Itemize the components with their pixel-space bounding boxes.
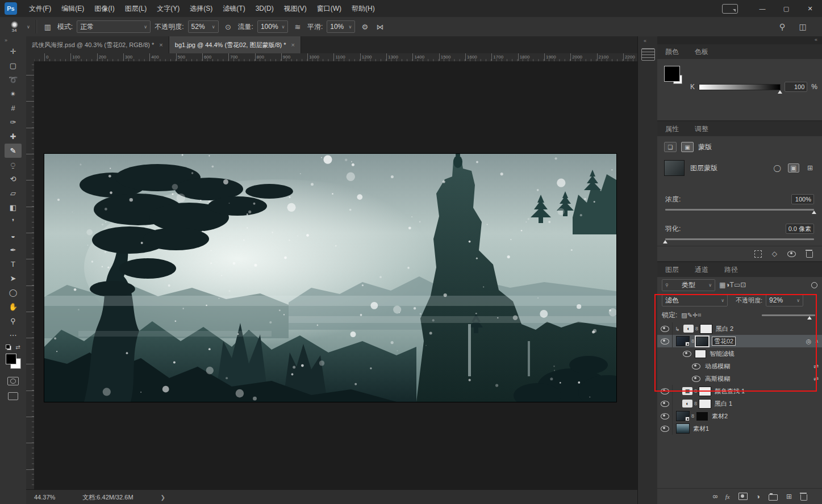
healing-brush-tool[interactable]: ✚ [5, 129, 22, 144]
menu-item[interactable]: 编辑(E) [56, 0, 89, 17]
maximize-button[interactable]: ▢ [774, 0, 798, 17]
lock-icon[interactable]: ✛ [692, 312, 698, 318]
visibility-toggle[interactable] [657, 335, 673, 347]
layer-mask-thumbnail[interactable] [700, 324, 712, 334]
panel-tab[interactable]: 图层 [657, 262, 687, 277]
visibility-toggle[interactable] [657, 397, 673, 410]
pixel-mask-icon[interactable]: ▣ [788, 163, 799, 173]
canvas-viewport[interactable] [34, 61, 637, 489]
filter-row-motion-blur[interactable]: 动感模糊 ⇌ [657, 360, 822, 372]
menu-item[interactable]: 选择(S) [185, 0, 218, 17]
k-slider[interactable] [699, 84, 781, 90]
tab-close-icon[interactable]: × [291, 41, 295, 48]
apply-mask-icon[interactable]: ◇ [772, 250, 777, 258]
filter-kind-icon[interactable]: ▦ [719, 281, 725, 289]
menu-item[interactable]: 视图(V) [279, 0, 312, 17]
history-brush-tool[interactable]: ⟲ [5, 172, 22, 186]
hand-tool[interactable]: ✋ [5, 300, 22, 314]
paint-symmetry-icon[interactable]: ⋈ [374, 23, 386, 31]
visibility-toggle[interactable] [657, 410, 673, 422]
expand-panels-icon[interactable]: « [638, 36, 658, 44]
clone-stamp-tool[interactable]: ⍜ [5, 158, 22, 172]
slider-marker[interactable] [812, 211, 816, 214]
panel-tab[interactable]: 调整 [687, 121, 716, 136]
delete-mask-icon[interactable] [806, 251, 813, 258]
layer-mask-thumbnail[interactable] [699, 399, 711, 409]
menu-item[interactable]: 滤镜(T) [218, 0, 250, 17]
lock-icon[interactable]: ▨ [681, 312, 687, 318]
smoothing-options-gear-icon[interactable]: ⚙ [359, 23, 370, 31]
filter-kind-icon[interactable]: ◑ [725, 281, 729, 289]
layer-row-blackwhite2[interactable]: ↳ ◐ 8 黑白 2 [657, 322, 822, 335]
layer-opacity-field[interactable]: 92% ∨ [766, 295, 803, 306]
toggle-mask-icon[interactable] [787, 251, 796, 257]
layer-filter-type-select[interactable]: ⚲ 类型 ∨ [662, 279, 715, 291]
mask-link-icon[interactable]: 8 [692, 401, 699, 406]
adjustment-layer-thumbnail[interactable]: ▦ [682, 387, 692, 395]
mask-link-icon[interactable]: 8 [690, 338, 696, 344]
adjustment-layer-thumbnail[interactable]: ◐ [682, 400, 692, 408]
mask-thumbnail[interactable] [664, 160, 685, 176]
menu-item[interactable]: 文件(F) [24, 0, 56, 17]
crop-tool[interactable]: # [5, 101, 22, 115]
k-value-field[interactable]: 100 [785, 82, 807, 92]
chevron-down-icon[interactable]: ∨ [27, 24, 30, 30]
foreground-color-swatch[interactable] [664, 66, 680, 82]
mask-link-icon[interactable]: 8 [694, 326, 700, 331]
menu-item[interactable]: 3D(D) [251, 0, 279, 17]
filter-blending-options-icon[interactable]: ⇌ [813, 363, 819, 370]
layer-name[interactable]: 素材2 [712, 412, 728, 421]
layer-name-edit-field[interactable]: 雪花02 [712, 337, 736, 346]
layer-row-material2[interactable]: 8 素材2 [657, 410, 822, 422]
density-slider[interactable] [665, 209, 814, 211]
type-tool[interactable]: T [5, 257, 22, 271]
default-colors-icon[interactable] [6, 345, 11, 350]
layer-mask-thumbnail[interactable] [699, 387, 711, 396]
visibility-toggle[interactable] [657, 385, 673, 397]
filter-name[interactable]: 动感模糊 [705, 362, 730, 371]
status-options-chevron-icon[interactable]: ❯ [161, 494, 165, 501]
filter-row-gaussian-blur[interactable]: 高斯模糊 ⇌ [657, 372, 822, 385]
brush-preset-picker[interactable]: 34 [6, 21, 23, 33]
add-layer-mask-icon[interactable] [738, 493, 748, 500]
pen-tool[interactable]: ✒ [5, 243, 22, 257]
layer-name[interactable]: 素材1 [693, 425, 709, 433]
layer-blend-mode-select[interactable]: 滤色 ∨ [662, 295, 728, 306]
minimize-button[interactable]: — [750, 0, 774, 17]
lock-icon[interactable]: ⌗ [698, 312, 701, 318]
filter-kind-icon[interactable]: T [730, 281, 734, 289]
dodge-tool[interactable]: ◒ [5, 229, 22, 243]
feather-value-field[interactable]: 0.0 像素 [786, 224, 814, 234]
layer-mask-thumbnail[interactable] [696, 337, 708, 346]
menu-item[interactable]: 文字(Y) [152, 0, 185, 17]
quick-mask-icon[interactable] [7, 377, 19, 385]
edit-toolbar-icon[interactable]: ⋯ [5, 328, 22, 342]
smart-object-thumbnail[interactable] [676, 411, 690, 421]
zoom-tool[interactable]: ⚲ [5, 314, 22, 328]
visibility-toggle[interactable] [657, 422, 673, 435]
collapsed-panel-icon[interactable] [641, 48, 655, 61]
close-button[interactable]: ✕ [798, 0, 822, 17]
blur-tool[interactable]: ❜ [5, 215, 22, 229]
tab-bg1[interactable]: bg1.jpg @ 44.4% (雪花02, 图层蒙版/8) * × [169, 36, 301, 53]
foreground-color-swatch[interactable] [6, 354, 16, 364]
toolbar-collapse-icon[interactable]: » [0, 36, 7, 44]
mask-link-icon[interactable]: 8 [690, 413, 696, 419]
filter-blending-options-icon[interactable]: ⇌ [813, 375, 819, 383]
smart-filters-row[interactable]: 智能滤镜 [657, 347, 822, 360]
marquee-tool[interactable]: ▢ [5, 58, 22, 73]
select-layer-icon[interactable]: ❏ [664, 142, 677, 152]
add-mask-icon[interactable]: ⊞ [805, 164, 815, 172]
delete-layer-icon[interactable] [800, 494, 807, 501]
flow-field[interactable]: 100% ∨ [257, 20, 288, 33]
panel-tab[interactable]: 色板 [687, 44, 716, 59]
mask-link-icon[interactable]: 8 [692, 388, 699, 394]
toggle-brush-panel-icon[interactable]: ▥ [42, 23, 53, 31]
lasso-tool[interactable]: ➰ [5, 73, 22, 87]
zoom-level-field[interactable]: 44.37% [34, 494, 55, 501]
new-layer-icon[interactable]: ⊞ [786, 493, 792, 501]
layer-mask-thumbnail[interactable] [696, 411, 708, 421]
filter-kind-icon[interactable]: ▭ [734, 281, 740, 289]
layer-style-fx-icon[interactable]: fx [725, 493, 730, 500]
link-layers-icon[interactable]: 8 [712, 494, 719, 498]
